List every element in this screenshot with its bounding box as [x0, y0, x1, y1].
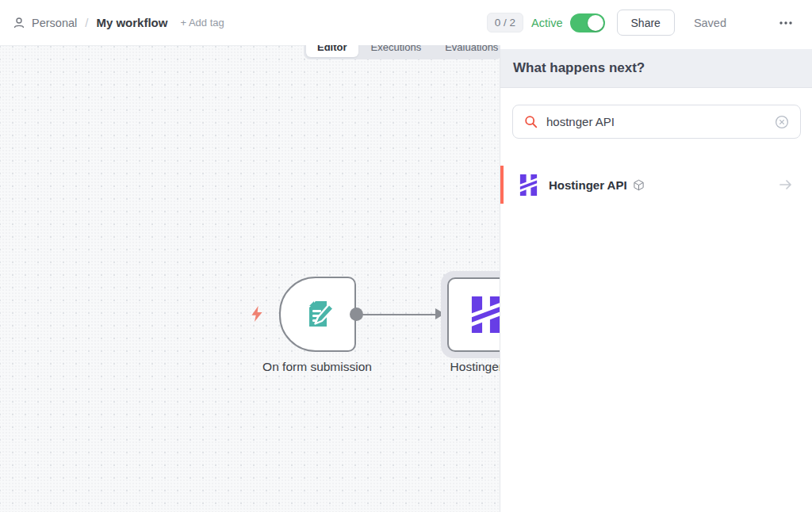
node-search-box[interactable] — [512, 105, 801, 139]
more-options-button[interactable] — [779, 21, 793, 25]
result-label: Hostinger API — [549, 178, 627, 192]
top-actions: 0 / 2 Active Share Saved — [487, 0, 793, 45]
panel-header: What happens next? — [500, 49, 812, 88]
breadcrumb: Personal / My workflow + Add tag — [13, 0, 224, 45]
search-icon — [524, 115, 538, 128]
form-trigger-icon — [301, 297, 335, 332]
node-label-trigger: On form submission — [262, 360, 372, 374]
trigger-bolt-icon — [248, 305, 266, 326]
active-toggle[interactable] — [570, 13, 605, 32]
add-tag-button[interactable]: + Add tag — [180, 17, 224, 29]
hostinger-logo-icon — [518, 174, 539, 196]
breadcrumb-project[interactable]: Personal — [32, 17, 77, 29]
active-label: Active — [531, 17, 563, 29]
hostinger-logo-icon — [468, 296, 504, 333]
arrow-right-icon[interactable] — [779, 178, 793, 191]
result-hostinger-api[interactable]: Hostinger API — [500, 166, 812, 204]
top-header: Personal / My workflow + Add tag 0 / 2 A… — [0, 0, 812, 45]
node-on-form-submission[interactable] — [279, 277, 356, 352]
toggle-knob — [588, 15, 603, 31]
panel-title: What happens next? — [513, 60, 645, 76]
connection-line — [361, 314, 437, 316]
ellipsis-icon — [779, 21, 793, 25]
share-button[interactable]: Share — [617, 10, 675, 36]
clear-search-icon[interactable] — [775, 115, 789, 129]
community-node-cube-icon — [633, 179, 645, 191]
node-picker-panel: What happens next? — [500, 45, 812, 512]
save-status: Saved — [694, 17, 726, 29]
search-input[interactable] — [546, 115, 766, 128]
workflow-title[interactable]: My workflow — [96, 16, 167, 29]
person-icon — [13, 17, 25, 29]
activation-counter-badge: 0 / 2 — [487, 13, 523, 32]
breadcrumb-separator: / — [85, 16, 88, 29]
result-active-bar — [500, 166, 504, 204]
